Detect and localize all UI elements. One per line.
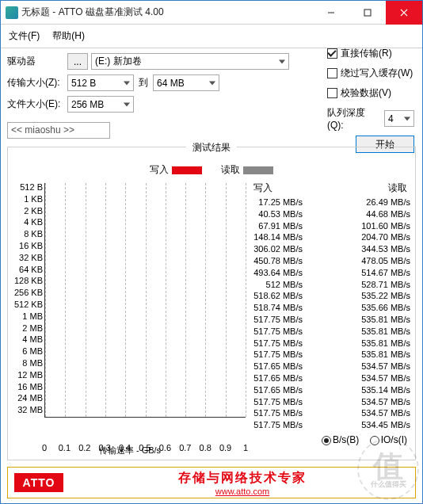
- file-size-label: 文件大小(E):: [7, 97, 67, 111]
- title-bar: 无标题 - ATTO 磁盘基准测试 4.00: [1, 1, 422, 25]
- read-value: 534.57 MB/s: [358, 396, 410, 408]
- y-tick-label: 1 KB: [13, 193, 43, 205]
- read-value: 535.22 MB/s: [358, 290, 410, 302]
- read-value: 478.05 MB/s: [358, 255, 410, 267]
- read-swatch: [243, 166, 273, 174]
- y-tick-label: 512 B: [13, 181, 43, 193]
- y-tick-label: 2 MB: [13, 323, 43, 334]
- y-tick-label: 8 MB: [13, 357, 43, 369]
- svg-rect-1: [364, 10, 371, 16]
- chevron-down-icon: [124, 102, 130, 106]
- read-value: 535.81 MB/s: [358, 326, 410, 338]
- read-value: 44.68 MB/s: [358, 208, 410, 220]
- data-row: 450.78 MB/s478.05 MB/s: [250, 255, 410, 267]
- write-value: 512 MB/s: [250, 279, 303, 291]
- write-value: 517.75 MB/s: [250, 407, 303, 419]
- write-value: 517.75 MB/s: [250, 326, 303, 338]
- transfer-size-label: 传输大小(Z):: [7, 76, 67, 90]
- y-tick-label: 12 MB: [13, 369, 43, 381]
- transfer-to-label: 到: [139, 76, 148, 90]
- radio-bs[interactable]: [322, 436, 331, 445]
- read-value: 534.45 MB/s: [358, 419, 410, 431]
- legend: 写入 读取: [13, 163, 410, 177]
- transfer-to-select[interactable]: 64 MB: [153, 74, 219, 91]
- results-title: 测试结果: [186, 141, 237, 155]
- data-row: 518.74 MB/s535.66 MB/s: [250, 302, 410, 314]
- radio-bs-label: B/s(B): [333, 434, 359, 445]
- y-tick-label: 32 KB: [13, 252, 43, 264]
- read-value: 534.57 MB/s: [358, 407, 410, 419]
- legend-write-label: 写入: [150, 164, 169, 175]
- data-row: 517.75 MB/s535.81 MB/s: [250, 338, 410, 349]
- x-tick-label: 0.2: [78, 443, 90, 452]
- data-row: 512 MB/s528.71 MB/s: [250, 279, 410, 291]
- close-button[interactable]: [386, 1, 422, 25]
- data-row: 40.53 MB/s44.68 MB/s: [250, 208, 410, 220]
- transfer-from-select[interactable]: 512 B: [67, 74, 134, 91]
- write-value: 517.75 MB/s: [250, 349, 303, 361]
- description-input[interactable]: << miaoshu >>: [7, 122, 110, 139]
- write-value: 518.74 MB/s: [250, 302, 303, 314]
- read-value: 514.67 MB/s: [358, 267, 410, 279]
- read-value: 535.81 MB/s: [358, 314, 410, 326]
- x-tick-label: 0.7: [179, 443, 191, 452]
- direct-label: 直接传输(R): [341, 47, 392, 60]
- benchmark-chart: 512 B1 KB2 KB4 KB8 KB16 KB32 KB64 KB128 …: [13, 181, 247, 432]
- read-value: 204.70 MB/s: [358, 231, 410, 243]
- data-row: 517.75 MB/s534.57 MB/s: [250, 396, 410, 408]
- y-tick-label: 32 MB: [13, 404, 43, 416]
- menu-bar: 文件(F) 帮助(H): [1, 25, 422, 48]
- verify-checkbox[interactable]: [327, 88, 337, 98]
- browse-button[interactable]: ...: [67, 53, 88, 70]
- data-row: 17.25 MB/s26.49 MB/s: [250, 197, 410, 208]
- footer-url[interactable]: www.atto.com: [70, 487, 415, 496]
- y-tick-label: 16 MB: [13, 381, 43, 393]
- y-tick-label: 128 KB: [13, 275, 43, 287]
- x-tick-label: 0: [42, 443, 47, 452]
- write-value: 17.25 MB/s: [250, 197, 303, 208]
- x-tick-label: 0.6: [159, 443, 171, 452]
- write-value: 450.78 MB/s: [250, 255, 303, 267]
- radio-ios[interactable]: [370, 436, 379, 445]
- read-value: 528.71 MB/s: [358, 279, 410, 291]
- chevron-down-icon: [124, 81, 130, 85]
- x-tick-label: 0.1: [59, 443, 70, 452]
- direct-checkbox[interactable]: [327, 48, 337, 59]
- maximize-button[interactable]: [349, 1, 386, 25]
- y-tick-label: 24 MB: [13, 392, 43, 404]
- menu-help[interactable]: 帮助(H): [49, 28, 88, 44]
- file-size-select[interactable]: 256 MB: [67, 96, 134, 113]
- x-tick-label: 0.4: [119, 443, 131, 452]
- bypass-checkbox[interactable]: [327, 68, 337, 78]
- menu-file[interactable]: 文件(F): [6, 28, 43, 44]
- write-value: 517.75 MB/s: [250, 314, 303, 326]
- atto-logo: ATTO: [14, 473, 63, 492]
- write-value: 517.75 MB/s: [250, 396, 303, 408]
- x-tick-label: 0.3: [99, 443, 111, 452]
- read-value: 344.53 MB/s: [358, 243, 410, 255]
- col-write-header: 写入: [253, 181, 272, 195]
- read-value: 535.14 MB/s: [358, 384, 410, 396]
- drive-select[interactable]: (E:) 新加卷: [91, 53, 289, 70]
- y-tick-label: 16 KB: [13, 240, 43, 252]
- data-row: 493.64 MB/s514.67 MB/s: [250, 267, 410, 279]
- data-row: 517.65 MB/s534.57 MB/s: [250, 361, 410, 372]
- footer: ATTO 存储与网络技术专家 www.atto.com: [7, 467, 416, 498]
- data-row: 517.75 MB/s535.81 MB/s: [250, 349, 410, 361]
- read-value: 534.57 MB/s: [358, 361, 410, 372]
- write-value: 518.62 MB/s: [250, 290, 303, 302]
- chevron-down-icon: [404, 116, 410, 120]
- minimize-button[interactable]: [313, 1, 349, 25]
- y-tick-label: 8 KB: [13, 228, 43, 240]
- data-row: 518.62 MB/s535.22 MB/s: [250, 290, 410, 302]
- app-icon: [6, 6, 18, 19]
- read-value: 535.81 MB/s: [358, 349, 410, 361]
- queue-depth-select[interactable]: 4: [384, 110, 414, 127]
- drive-value: (E:) 新加卷: [95, 55, 142, 68]
- data-row: 517.75 MB/s534.57 MB/s: [250, 407, 410, 419]
- y-tick-label: 4 MB: [13, 334, 43, 346]
- y-tick-label: 6 MB: [13, 346, 43, 357]
- read-value: 26.49 MB/s: [358, 197, 410, 208]
- window-title: 无标题 - ATTO 磁盘基准测试 4.00: [21, 6, 164, 19]
- results-group: 测试结果 写入 读取 512 B1 KB2 KB4 KB8 KB16 KB32 …: [7, 147, 416, 460]
